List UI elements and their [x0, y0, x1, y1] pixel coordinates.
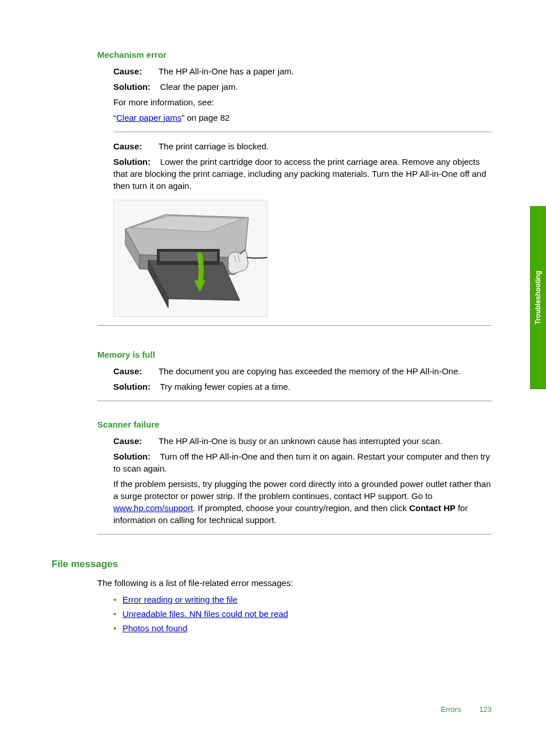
mechanism-cause-2: Cause: The print carriage is blocked.	[113, 140, 492, 152]
link-unreadable-files[interactable]: Unreadable files. NN files could not be …	[122, 609, 288, 619]
scanner-solution: Solution: Turn off the HP All-in-One and…	[113, 450, 492, 474]
heading-mechanism-error: Mechanism error	[97, 49, 492, 61]
text-scanner-cause: The HP All-in-One is busy or an unknown …	[159, 436, 442, 446]
footer-page-number: 123	[479, 705, 492, 714]
label-solution: Solution:	[113, 452, 151, 461]
cross-reference: “Clear paper jams” on page 82	[113, 112, 492, 124]
heading-memory-full: Memory is full	[97, 349, 492, 361]
heading-file-messages: File messages	[52, 557, 492, 571]
link-suffix: ” on page 82	[181, 113, 230, 122]
page-body: Mechanism error Cause: The HP All-in-One…	[0, 0, 546, 682]
label-cause: Cause:	[113, 435, 156, 447]
printer-illustration	[113, 200, 268, 317]
label-cause: Cause:	[113, 365, 156, 377]
file-error-list: Error reading or writing the file Unread…	[113, 593, 492, 634]
persist-prefix: If the problem persists, try plugging th…	[113, 479, 491, 501]
more-info-text: For more information, see:	[113, 96, 492, 108]
scanner-persist: If the problem persists, try plugging th…	[113, 478, 492, 526]
label-cause: Cause:	[113, 65, 156, 77]
label-solution: Solution:	[113, 157, 151, 167]
text-cause-1: The HP All-in-One has a paper jam.	[159, 66, 294, 76]
label-cause: Cause:	[113, 140, 156, 152]
link-photos-not-found[interactable]: Photos not found	[122, 623, 187, 633]
link-clear-paper-jams[interactable]: Clear paper jams	[116, 113, 181, 122]
list-item: Unreadable files. NN files could not be …	[113, 608, 492, 620]
file-intro: The following is a list of file-related …	[97, 577, 492, 589]
persist-mid: . If prompted, choose your country/regio…	[193, 503, 409, 513]
text-memory-solution: Try making fewer copies at a time.	[160, 382, 290, 391]
svg-rect-8	[160, 252, 217, 261]
divider	[97, 325, 492, 326]
label-solution: Solution:	[113, 82, 151, 92]
mechanism-solution-2: Solution: Lower the print cartridge door…	[113, 156, 492, 192]
scanner-cause: Cause: The HP All-in-One is busy or an u…	[113, 435, 492, 447]
divider	[97, 401, 492, 401]
link-error-reading-writing[interactable]: Error reading or writing the file	[122, 595, 238, 604]
mechanism-solution-1: Solution: Clear the paper jam.	[113, 81, 492, 93]
section-tab: Troubleshooting	[530, 206, 546, 389]
memory-cause: Cause: The document you are copying has …	[113, 365, 492, 377]
text-cause-2: The print carriage is blocked.	[159, 141, 269, 151]
footer-section-label: Errors	[441, 705, 461, 714]
label-solution: Solution:	[113, 382, 151, 391]
memory-solution: Solution: Try making fewer copies at a t…	[113, 381, 492, 393]
persist-bold: Contact HP	[409, 503, 456, 513]
divider	[97, 534, 492, 535]
heading-scanner-failure: Scanner failure	[97, 418, 492, 430]
link-hp-support[interactable]: www.hp.com/support	[113, 503, 193, 513]
text-solution-2: Lower the print cartridge door to access…	[113, 157, 486, 191]
text-memory-cause: The document you are copying has exceede…	[159, 366, 461, 376]
text-scanner-solution: Turn off the HP All-in-One and then turn…	[113, 452, 490, 473]
list-item: Error reading or writing the file	[113, 593, 492, 605]
list-item: Photos not found	[113, 622, 492, 634]
text-solution-1: Clear the paper jam.	[160, 82, 238, 92]
mechanism-cause-1: Cause: The HP All-in-One has a paper jam…	[113, 65, 492, 77]
page-footer: Errors 123	[441, 704, 492, 715]
divider	[113, 132, 492, 132]
